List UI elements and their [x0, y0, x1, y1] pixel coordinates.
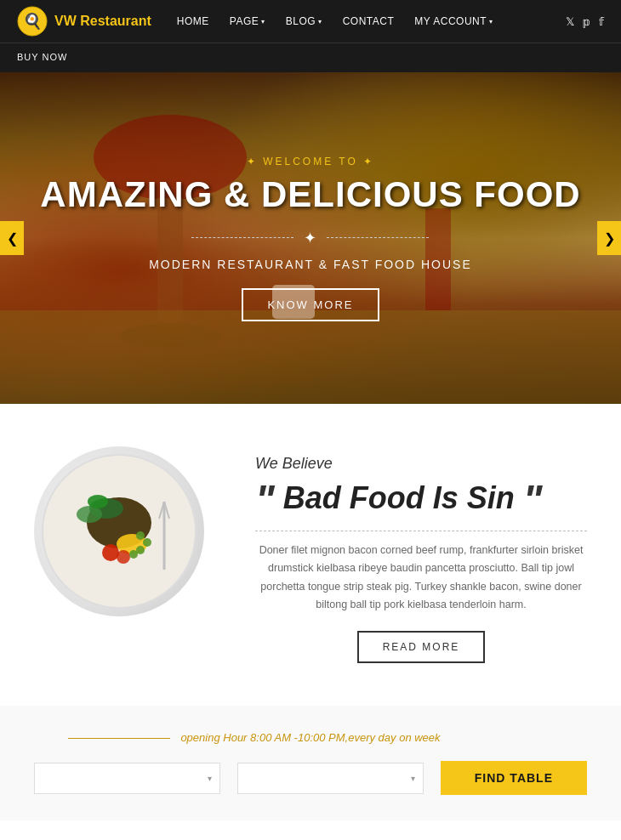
close-quote: "	[523, 477, 543, 522]
open-quote: "	[255, 477, 275, 522]
plate-circle	[34, 446, 204, 616]
time-arrow-icon: ▾	[411, 774, 415, 783]
food-svg	[38, 451, 200, 612]
navbar: 🍳 VW Restaurant HOME PAGE▾ BLOG▾ CONTACT…	[0, 0, 621, 43]
brand-name: VW Restaurant	[54, 14, 151, 29]
believe-body-text: Doner filet mignon bacon corned beef rum…	[255, 542, 587, 614]
nav-links: HOME PAGE▾ BLOG▾ CONTACT MY ACCOUNT▾	[168, 2, 566, 41]
services-section: Look Our SERVICES 🍴 ONLINE BOOKING Commu…	[0, 820, 621, 840]
svg-point-14	[102, 544, 119, 561]
blog-dropdown-arrow: ▾	[318, 18, 322, 26]
buy-now-link[interactable]: BUY NOW	[17, 52, 67, 62]
believe-divider	[255, 531, 587, 531]
hero-line-left	[191, 237, 293, 238]
believe-section: We Believe " Bad Food Is Sin " Doner fil…	[0, 404, 621, 706]
nav-page[interactable]: PAGE▾	[221, 2, 274, 41]
find-table-button[interactable]: FIND TABLE	[441, 761, 587, 795]
social-links: 𝕏 𝕡 𝕗	[566, 15, 604, 28]
svg-point-15	[117, 550, 130, 564]
svg-point-16	[136, 531, 145, 540]
read-more-button[interactable]: READ MORE	[357, 631, 486, 663]
booking-row: ▾ ▾ FIND TABLE	[34, 761, 587, 795]
believe-label: We Believe	[255, 455, 587, 473]
nav-blog[interactable]: BLOG▾	[277, 2, 331, 41]
nav-contact[interactable]: CONTACT	[334, 2, 403, 41]
account-dropdown-arrow: ▾	[489, 18, 493, 26]
hero-prev-arrow[interactable]: ❮	[0, 221, 24, 255]
nav-account[interactable]: MY ACCOUNT▾	[406, 2, 501, 41]
plate-image	[34, 446, 221, 616]
buy-now-bar: BUY NOW	[0, 43, 621, 72]
booking-section: opening Hour 8:00 AM -10:00 PM,every day…	[0, 706, 621, 820]
booking-field-2: ▾	[237, 763, 424, 794]
hero-title: AMAZING & DELICIOUS FOOD	[40, 174, 580, 215]
twitter-link[interactable]: 𝕏	[566, 15, 574, 28]
know-more-button[interactable]: KNOW MORE	[242, 288, 379, 321]
svg-point-17	[143, 538, 151, 547]
facebook-link[interactable]: 𝕗	[599, 15, 604, 28]
svg-point-19	[129, 550, 138, 559]
nav-home[interactable]: HOME	[168, 2, 218, 41]
hero-line-right	[327, 237, 429, 238]
booking-time-input[interactable]	[237, 763, 424, 794]
pinterest-link[interactable]: 𝕡	[583, 15, 590, 28]
svg-point-12	[88, 495, 108, 508]
booking-field-1: ▾	[34, 763, 220, 794]
hero-next-arrow[interactable]: ❯	[597, 221, 621, 255]
hero-welcome: WELCOME TO	[40, 156, 580, 167]
hero-subtitle: MODERN RESTAURANT & FAST FOOD HOUSE	[40, 258, 580, 271]
logo-icon: 🍳	[17, 6, 48, 37]
hero-divider: ✦	[40, 229, 580, 247]
hero-content: WELCOME TO AMAZING & DELICIOUS FOOD ✦ MO…	[40, 156, 580, 321]
logo[interactable]: 🍳 VW Restaurant	[17, 6, 151, 37]
svg-point-11	[77, 506, 102, 523]
hero-section: ❮ WELCOME TO AMAZING & DELICIOUS FOOD ✦ …	[0, 72, 621, 404]
svg-text:🍳: 🍳	[23, 12, 43, 31]
page-dropdown-arrow: ▾	[261, 18, 265, 26]
date-arrow-icon: ▾	[208, 774, 212, 783]
hero-star: ✦	[304, 229, 316, 247]
svg-rect-5	[0, 310, 621, 404]
booking-date-input[interactable]	[34, 763, 220, 794]
believe-quote: " Bad Food Is Sin "	[255, 480, 587, 520]
believe-text-area: We Believe " Bad Food Is Sin " Doner fil…	[255, 446, 587, 663]
opening-hours-text: opening Hour 8:00 AM -10:00 PM,every day…	[34, 731, 587, 744]
